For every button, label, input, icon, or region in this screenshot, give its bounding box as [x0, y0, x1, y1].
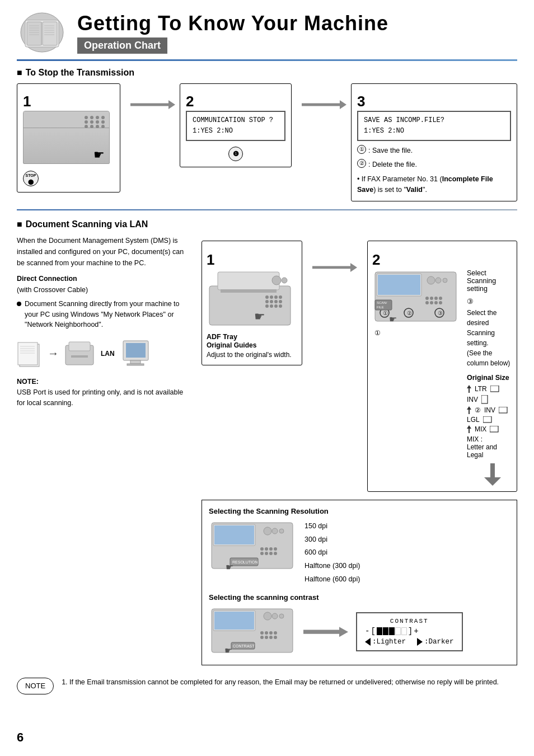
lighter-darker-row: :Lighter :Darker: [365, 638, 454, 646]
btn-dot: [96, 120, 99, 124]
down-arrow-icon: [484, 463, 501, 486]
bar-seg-2: [383, 627, 388, 635]
size-list: LTR INV ② INV: [467, 385, 512, 433]
svg-point-89: [260, 547, 264, 551]
big-down-arrow: [372, 463, 501, 486]
lcd3-line1: SAVE AS INCOMP.FILE?: [364, 115, 504, 126]
note-item-1: ① : Save the file.: [357, 144, 511, 157]
bullet-dot-icon: [17, 302, 21, 306]
svg-point-111: [265, 636, 268, 639]
btn-dot: [96, 125, 99, 128]
svg-point-108: [269, 631, 273, 635]
fax-device: [64, 340, 95, 368]
sub-title: Operation Chart: [77, 37, 167, 54]
svg-rect-81: [490, 463, 495, 477]
contrast-display-title: CONTRAST: [365, 618, 454, 624]
arrow-down3-icon: [467, 425, 471, 433]
svg-rect-16: [18, 342, 38, 365]
stop-button-area: STOP ⬤: [23, 168, 114, 186]
res-halftone300: Halftone (300 dpi): [305, 560, 360, 573]
svg-rect-2: [27, 22, 41, 45]
contrast-display: CONTRAST - [: [356, 612, 463, 651]
btn-dot: [101, 120, 105, 124]
svg-rect-76: [499, 407, 507, 413]
resolution-inner: RESOLUTION ☛ 150 dpi 300 dpi 600 dpi Hal…: [209, 520, 510, 586]
svg-point-90: [265, 547, 268, 551]
page-landscape-icon: [490, 386, 499, 392]
lcd3-line2: 1:YES 2:NO: [364, 126, 504, 137]
svg-rect-73: [481, 395, 488, 403]
circle-2: ②: [357, 159, 366, 168]
svg-text:③: ③: [438, 310, 443, 316]
svg-point-93: [260, 552, 264, 555]
direct-connection: Direct Connection (with Crossover Cable): [17, 273, 190, 295]
svg-rect-27: [127, 364, 144, 365]
lan-description: When the Document Management System (DMS…: [17, 235, 190, 269]
fax-device-icon: [64, 340, 95, 368]
lan-label: LAN: [101, 350, 115, 358]
size-row-ltr: LTR: [467, 385, 512, 393]
svg-point-57: [430, 301, 433, 304]
darker-item: :Darker: [417, 638, 454, 646]
svg-rect-26: [130, 360, 140, 364]
svg-marker-74: [467, 406, 471, 410]
svg-point-106: [260, 631, 264, 635]
svg-rect-25: [126, 343, 146, 358]
svg-point-103: [264, 612, 271, 620]
lan-arrow-1-2: [308, 263, 362, 272]
stop-step1: 1 ☛: [17, 83, 120, 192]
size-row-lgl: LGL: [467, 416, 512, 423]
svg-rect-102: [214, 612, 254, 630]
btn-dot: [101, 116, 105, 119]
btn-dot: [96, 116, 99, 119]
svg-point-41: [265, 304, 269, 308]
svg-point-105: [279, 614, 284, 618]
svg-point-50: [435, 278, 441, 283]
svg-point-33: [265, 295, 269, 299]
svg-text:RESOLUTION: RESOLUTION: [232, 560, 258, 564]
section-stop-transmission: To Stop the Transmission 1: [17, 68, 517, 201]
svg-point-49: [427, 276, 435, 284]
svg-point-113: [274, 636, 277, 639]
adf-machine-drawing: ☛: [207, 269, 293, 328]
resolution-title: Selecting the Scanning Resolution: [209, 507, 510, 515]
lan-flow: 1: [202, 241, 517, 492]
bullet-item: Document Scanning directly from your mac…: [17, 299, 190, 330]
step1-number: 1: [23, 94, 114, 109]
main-title: Getting To Know Your Machine: [77, 12, 517, 35]
orig-guides-label: Original Guides Adjust to the original's…: [207, 341, 297, 360]
lighter-arrow-icon: [365, 638, 371, 646]
note-box: NOTE: USB Port is used for printing only…: [17, 377, 190, 408]
contrast-title: Selecting the scanning contrast: [209, 593, 510, 602]
section1-title: To Stop the Transmission: [17, 68, 517, 78]
note-badge: NOTE: [17, 678, 54, 695]
lan-content: When the Document Management System (DMS…: [17, 235, 517, 665]
page-header: Getting To Know Your Machine Operation C…: [0, 0, 534, 55]
contrast-bar-display: - [: [365, 627, 454, 636]
section-divider: [17, 209, 517, 210]
lcd-line1: COMMUNICATION STOP ?: [193, 115, 279, 126]
svg-marker-78: [467, 425, 471, 429]
contrast-section: Selecting the scanning contrast: [209, 593, 510, 658]
bottom-note-text: 1. If the Email transmission cannot be c…: [62, 677, 499, 688]
circle-1: ①: [357, 145, 366, 154]
lcd-line2: 1:YES 2:NO: [193, 126, 279, 137]
header-divider: [17, 59, 517, 61]
svg-point-92: [274, 547, 277, 551]
paper-stack: [17, 340, 42, 368]
arrow-1-to-2: [126, 100, 180, 109]
lan-step2: 2: [367, 241, 517, 492]
svg-rect-22: [69, 342, 90, 351]
svg-point-112: [269, 636, 273, 639]
direct-connection-label: Direct Connection: [17, 275, 77, 283]
size-row-mix: MIX: [467, 425, 512, 433]
fax-buttons-grid: [85, 116, 106, 128]
book-icon: [17, 10, 67, 55]
page-number: 6: [17, 730, 24, 745]
resolution-list: 150 dpi 300 dpi 600 dpi Halftone (300 dp…: [305, 520, 360, 586]
number-button-1: ❶: [228, 147, 243, 161]
note3-bold: Incomplete File Save: [357, 175, 493, 194]
lan-step2-num: 2: [372, 252, 512, 267]
bar-bracket-close: ]: [408, 627, 413, 636]
svg-point-31: [272, 276, 281, 285]
